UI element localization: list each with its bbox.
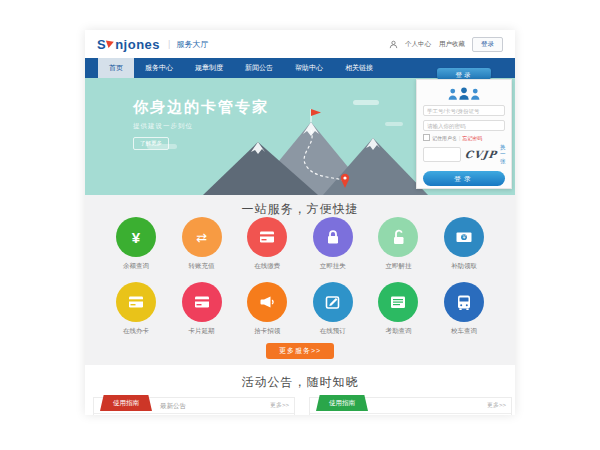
username-input[interactable] [423, 105, 505, 116]
remember-row: 记住用户名 | 忘记密码 [423, 134, 505, 141]
user-icon [389, 40, 398, 49]
login-panel: 登录 记住用户名 | 忘记密码 CVJP 换一张 [416, 68, 512, 189]
service-label: 立即解挂 [385, 262, 411, 271]
services-title: 一站服务，方便快捷 [85, 195, 515, 218]
service-circle [116, 282, 156, 322]
hero-cta-button[interactable]: 了解更多 [133, 137, 169, 150]
services-row-2: 在线办卡卡片延期拾卡招领在线预订考勤查询校车查询 [85, 282, 515, 336]
service-item[interactable]: ¥余额查询 [113, 217, 159, 271]
announcements-title: 活动公告，随时知晓 [85, 365, 515, 391]
header-link[interactable]: 个人中心 [405, 40, 431, 49]
service-label: 在线缴费 [254, 262, 280, 271]
service-label: 在线办卡 [123, 327, 149, 336]
announcement-panel: 使用指南更多>> [309, 397, 512, 415]
header-login-button[interactable]: 登录 [472, 37, 503, 52]
services-row-1: ¥余额查询⇄转账充值在线缴费立即挂失立即解挂¥补助领取 [85, 217, 515, 271]
password-input[interactable] [423, 120, 505, 131]
services-section: 一站服务，方便快捷 ¥余额查询⇄转账充值在线缴费立即挂失立即解挂¥补助领取 在线… [85, 195, 515, 365]
header-link[interactable]: 用户收藏 [439, 40, 465, 49]
service-circle [444, 282, 484, 322]
hero-title: 你身边的卡管专家 [133, 98, 269, 117]
more-link[interactable]: 更多>> [487, 398, 506, 413]
card-icon [192, 292, 212, 312]
remember-checkbox[interactable] [423, 134, 430, 141]
more-services-button[interactable]: 更多服务>> [266, 343, 334, 359]
logo-text: njones [115, 37, 160, 52]
logo[interactable]: S njones | 服务大厅 [97, 37, 208, 52]
more-link[interactable]: 更多>> [270, 398, 289, 413]
remember-label: 记住用户名 [432, 135, 457, 141]
hero-text-block: 你身边的卡管专家 提供建设一步到位 了解更多 [133, 98, 269, 150]
list-icon [388, 292, 408, 312]
service-label: 考勤查询 [385, 327, 411, 336]
service-circle: ¥ [444, 217, 484, 257]
ribbon-tab[interactable]: 使用指南 [316, 395, 368, 411]
service-label: 在线预订 [320, 327, 346, 336]
nav-item[interactable]: 服务中心 [134, 58, 184, 78]
login-card: 记住用户名 | 忘记密码 CVJP 换一张 登录 [416, 79, 512, 189]
announcements-section: 活动公告，随时知晓 使用指南最新公告更多>>使用指南更多>> [85, 365, 515, 415]
service-item[interactable]: 拾卡招领 [244, 282, 290, 336]
service-circle [313, 217, 353, 257]
money-icon: ¥ [454, 227, 474, 247]
service-label: 校车查询 [451, 327, 477, 336]
edit-icon [323, 292, 343, 312]
service-circle [247, 217, 287, 257]
service-circle: ¥ [116, 217, 156, 257]
announcement-panel: 使用指南最新公告更多>> [93, 397, 295, 415]
logo-divider: | [168, 39, 170, 49]
service-circle [378, 217, 418, 257]
service-circle [247, 282, 287, 322]
forgot-password-link[interactable]: 忘记密码 [462, 135, 482, 141]
service-label: 卡片延期 [189, 327, 215, 336]
service-circle: ⇄ [182, 217, 222, 257]
captcha-row: CVJP 换一张 [423, 144, 505, 165]
nav-item[interactable]: 新闻公告 [234, 58, 284, 78]
nav-item[interactable]: 相关链接 [334, 58, 384, 78]
bus-icon [454, 292, 474, 312]
page-container: S njones | 服务大厅 个人中心用户收藏 登录 首页服务中心规章制度新闻… [85, 30, 515, 415]
service-item[interactable]: ¥补助领取 [441, 217, 487, 271]
site-header: S njones | 服务大厅 个人中心用户收藏 登录 [85, 30, 515, 58]
nav-item[interactable]: 规章制度 [184, 58, 234, 78]
divider: | [459, 135, 460, 141]
service-item[interactable]: 在线预订 [310, 282, 356, 336]
service-item[interactable]: 考勤查询 [375, 282, 421, 336]
panel-tab[interactable]: 最新公告 [160, 398, 186, 413]
service-label: 立即挂失 [320, 262, 346, 271]
captcha-image: CVJP [464, 149, 498, 160]
service-label: 余额查询 [123, 262, 149, 271]
service-item[interactable]: 在线缴费 [244, 217, 290, 271]
service-label: 拾卡招领 [254, 327, 280, 336]
divider [310, 413, 511, 414]
service-item[interactable]: ⇄转账充值 [179, 217, 225, 271]
login-submit-button[interactable]: 登录 [423, 171, 505, 186]
logo-text: S [97, 37, 106, 52]
service-circle [313, 282, 353, 322]
card-icon [126, 292, 146, 312]
service-item[interactable]: 校车查询 [441, 282, 487, 336]
service-item[interactable]: 立即挂失 [310, 217, 356, 271]
service-item[interactable]: 卡片延期 [179, 282, 225, 336]
service-label: 补助领取 [451, 262, 477, 271]
service-label: 转账充值 [189, 262, 215, 271]
lock-icon [323, 227, 343, 247]
unlock-icon [388, 227, 408, 247]
hero-subtitle: 提供建设一步到位 [133, 122, 269, 131]
service-item[interactable]: 在线办卡 [113, 282, 159, 336]
ribbon-tab[interactable]: 使用指南 [100, 395, 152, 411]
announcement-panels: 使用指南最新公告更多>>使用指南更多>> [93, 397, 512, 415]
logo-arrow-icon [106, 38, 115, 48]
captcha-input[interactable] [423, 147, 461, 162]
captcha-refresh-link[interactable]: 换一张 [500, 144, 506, 165]
header-right: 个人中心用户收藏 登录 [389, 37, 503, 52]
divider [94, 413, 294, 414]
portal-name: 服务大厅 [176, 39, 208, 50]
service-item[interactable]: 立即解挂 [375, 217, 421, 271]
users-icon [423, 86, 505, 101]
service-circle [182, 282, 222, 322]
card-icon [257, 227, 277, 247]
nav-item[interactable]: 帮助中心 [284, 58, 334, 78]
transfer-icon: ⇄ [196, 231, 207, 244]
nav-item[interactable]: 首页 [98, 58, 134, 78]
